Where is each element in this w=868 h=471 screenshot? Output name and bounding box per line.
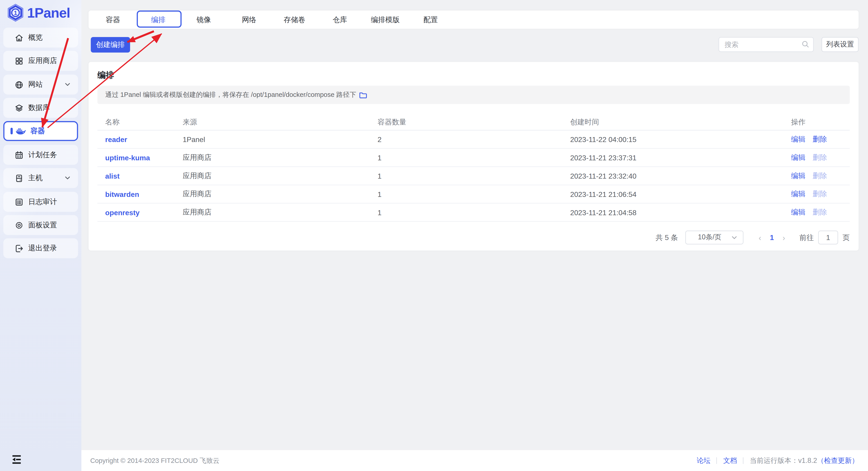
goto-page-input[interactable] [818,231,838,244]
sidebar-item-overview[interactable]: 概览 [3,28,78,47]
brand-name: 1Panel [27,5,70,21]
compose-name-link[interactable]: bitwarden [105,190,139,198]
check-update-link[interactable]: （检查更新） [817,456,859,465]
tab-network[interactable]: 网络 [226,11,272,29]
divider [717,457,717,464]
delete-link-disabled[interactable]: 删除 [813,207,827,217]
cell-source: 1Panel [175,135,370,144]
divider [743,457,744,464]
col-header-ops: 操作 [783,117,850,127]
tab-image[interactable]: 镜像 [181,11,226,29]
docs-link[interactable]: 文档 [723,456,737,465]
logout-icon [15,244,23,253]
edit-link[interactable]: 编辑 [791,134,806,144]
edit-link[interactable]: 编辑 [791,153,806,163]
goto-label: 前往 [799,233,814,242]
delete-link-disabled[interactable]: 删除 [813,189,827,199]
footer: Copyright © 2014-2023 FIT2CLOUD 飞致云 论坛 文… [81,450,868,471]
cell-count: 1 [370,190,562,198]
cell-created: 2023-11-21 21:06:54 [562,190,783,198]
tab-bar: 容器 编排 镜像 网络 存储卷 仓库 编排模版 配置 [89,11,859,29]
svg-text:1: 1 [14,9,17,16]
edit-link[interactable]: 编辑 [791,171,806,181]
version-text: 当前运行版本：v1.8.2 [750,456,817,465]
sidebar-item-label: 概览 [28,33,43,42]
cell-created: 2023-11-21 21:04:58 [562,208,783,216]
cell-count: 1 [370,154,562,162]
cell-count: 1 [370,208,562,216]
current-page[interactable]: 1 [770,233,774,242]
sidebar-item-label: 应用商店 [28,56,57,66]
home-icon [15,33,23,42]
log-list-icon [15,198,23,206]
chevron-down-icon [731,235,737,240]
gear-icon [15,221,23,229]
tab-setting[interactable]: 配置 [408,11,454,29]
edit-link[interactable]: 编辑 [791,189,806,199]
sidebar-item-label: 数据库 [28,103,50,113]
cell-created: 2023-11-21 23:37:31 [562,154,783,162]
total-count: 共 5 条 [655,233,678,242]
layers-icon [15,104,23,112]
cell-count: 2 [370,135,562,144]
table-row: openresty 应用商店 1 2023-11-21 21:04:58 编辑 … [97,203,850,222]
page-size-value: 10条/页 [698,233,721,242]
page-unit-label: 页 [842,233,850,242]
tab-repo[interactable]: 仓库 [317,11,363,29]
notice-text: 通过 1Panel 编辑或者模版创建的编排，将保存在 /opt/1panel/d… [105,90,356,100]
prev-page-button[interactable]: ‹ [755,233,764,242]
edit-link[interactable]: 编辑 [791,207,806,217]
sidebar-item-logout[interactable]: 退出登录 [3,238,78,258]
sidebar-item-label: 面板设置 [28,220,57,230]
collapse-sidebar-icon[interactable] [11,454,22,465]
col-header-source: 来源 [175,117,370,127]
folder-icon[interactable] [360,92,367,98]
sidebar-item-label: 容器 [31,126,45,136]
logo[interactable]: 1 1Panel [0,0,81,26]
page-size-select[interactable]: 10条/页 [685,231,743,244]
compose-name-link[interactable]: reader [105,135,127,144]
server-icon [15,174,23,182]
sidebar-item-container[interactable]: 容器 [3,121,78,141]
cell-created: 2023-11-22 04:00:15 [562,135,783,144]
copyright-text: Copyright © 2014-2023 FIT2CLOUD 飞致云 [90,456,219,465]
sidebar-item-label: 计划任务 [28,150,57,160]
chevron-down-icon [65,82,70,87]
col-header-created: 创建时间 [562,117,783,127]
create-compose-button[interactable]: 创建编排 [91,37,130,53]
cell-source: 应用商店 [175,207,370,217]
sidebar-item-cronjob[interactable]: 计划任务 [3,145,78,165]
sidebar-item-settings[interactable]: 面板设置 [3,215,78,235]
tab-volume[interactable]: 存储卷 [272,11,317,29]
compose-name-link[interactable]: alist [105,172,120,180]
table-row: alist 应用商店 1 2023-11-21 23:32:40 编辑 删除 [97,167,850,186]
delete-link-disabled[interactable]: 删除 [813,171,827,181]
compose-name-link[interactable]: openresty [105,208,140,216]
list-settings-button[interactable]: 列表设置 [822,37,859,52]
search-input[interactable] [719,37,814,52]
sidebar-item-host[interactable]: 主机 [3,168,78,188]
cell-created: 2023-11-21 23:32:40 [562,172,783,180]
pagination: 共 5 条 10条/页 ‹ 1 › 前往 页 [97,231,850,244]
cell-source: 应用商店 [175,189,370,199]
sidebar-item-database[interactable]: 数据库 [3,98,78,117]
sidebar-item-website[interactable]: 网站 [3,75,78,95]
compose-name-link[interactable]: uptime-kuma [105,154,150,162]
app-window: 1 1Panel 概览 应用商店 网站 [0,0,868,471]
sidebar-item-appstore[interactable]: 应用商店 [3,51,78,71]
next-page-button[interactable]: › [779,233,788,242]
table-row: reader 1Panel 2 2023-11-22 04:00:15 编辑 删… [97,131,850,149]
table-row: uptime-kuma 应用商店 1 2023-11-21 23:37:31 编… [97,149,850,167]
delete-link[interactable]: 删除 [813,134,827,144]
tab-container[interactable]: 容器 [90,11,135,29]
search-box [719,37,814,52]
app-grid-icon [15,57,23,65]
tab-compose-template[interactable]: 编排模版 [363,11,408,29]
notice-bar: 通过 1Panel 编辑或者模版创建的编排，将保存在 /opt/1panel/d… [97,86,850,104]
content-card: 编排 通过 1Panel 编辑或者模版创建的编排，将保存在 /opt/1pane… [89,62,859,250]
selected-indicator [11,128,13,134]
delete-link-disabled[interactable]: 删除 [813,153,827,163]
sidebar-item-logs[interactable]: 日志审计 [3,192,78,212]
tab-compose[interactable]: 编排 [135,11,181,29]
forum-link[interactable]: 论坛 [697,456,710,465]
